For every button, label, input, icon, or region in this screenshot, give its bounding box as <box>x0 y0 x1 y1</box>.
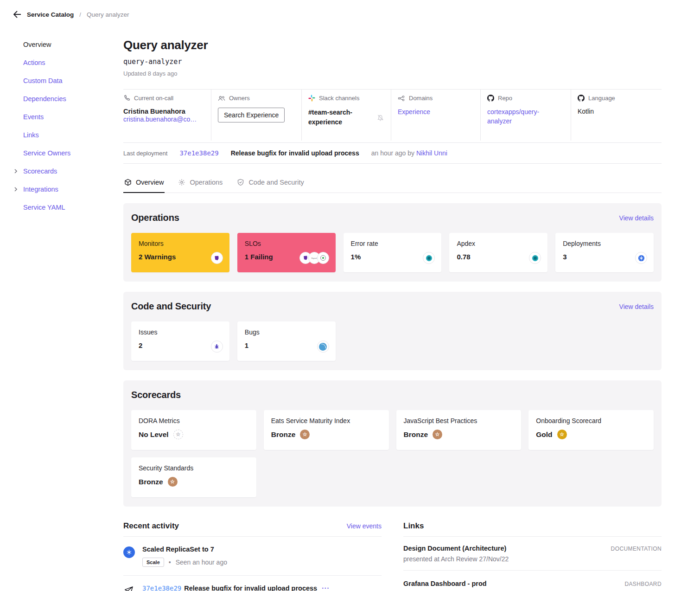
metric-label: SLOs <box>245 240 328 247</box>
code-security-view-details-link[interactable]: View details <box>619 303 654 310</box>
repo-link[interactable]: cortexapps/query-analyzer <box>487 108 547 126</box>
bugs-card[interactable]: Bugs 1 <box>237 321 336 361</box>
gold-star-icon <box>557 430 567 439</box>
scorecard-label: Security Standards <box>139 464 249 472</box>
scorecard-level: Bronze <box>404 430 428 439</box>
scorecard-eats-service-maturity[interactable]: Eats Service Maturity Index Bronze <box>264 410 389 450</box>
sidebar-item-label[interactable]: Links <box>23 131 39 139</box>
operations-view-details-link[interactable]: View details <box>619 214 654 222</box>
tab-code-and-security[interactable]: Code and Security <box>236 178 305 193</box>
teal-donut-icon <box>423 252 435 264</box>
updated-timestamp: Updated 8 days ago <box>123 70 662 77</box>
more-actions-icon[interactable]: ··· <box>322 585 330 591</box>
chevron-right-icon[interactable] <box>13 186 19 192</box>
activity-tag: Scale <box>142 558 164 567</box>
bronze-star-icon <box>433 430 442 439</box>
operations-section: Operations View details Monitors 2 Warni… <box>123 203 662 282</box>
sidebar-item-label[interactable]: Custom Data <box>23 77 63 84</box>
deployment-sha-link[interactable]: 37e1e38e29 <box>179 149 218 157</box>
main-content: Query analyzer query-analyzer Updated 8 … <box>123 20 662 591</box>
activity-message: Release bugfix for invalid upload proces… <box>184 585 317 591</box>
scorecard-onboarding[interactable]: Onboarding Scorecard Gold <box>528 410 654 450</box>
tab-operations[interactable]: Operations <box>177 178 223 193</box>
scorecard-label: DORA Metrics <box>139 417 249 424</box>
back-arrow-icon[interactable] <box>13 10 21 19</box>
link-item-grafana-dashboard[interactable]: Grafana Dashboard - prod DASHBOARD <box>403 571 662 591</box>
sidebar-item-integrations[interactable]: Integrations <box>23 186 123 193</box>
sidebar-item-label[interactable]: Scorecards <box>23 167 57 175</box>
phone-icon <box>123 95 130 102</box>
slack-icon <box>308 95 315 102</box>
link-subtitle: presented at Arch Review 27/Nov/22 <box>403 555 509 563</box>
scorecard-security-standards[interactable]: Security Standards Bronze <box>131 457 256 497</box>
paper-plane-icon <box>123 585 134 591</box>
bug-icon <box>211 340 223 353</box>
slack-channel-link[interactable]: #team-search-experience <box>308 108 358 127</box>
no-level-star-icon <box>173 430 183 439</box>
info-label-text: Repo <box>498 95 512 102</box>
apdex-card[interactable]: Apdex 0.78 <box>449 233 547 272</box>
kubernetes-icon <box>123 546 135 558</box>
scorecard-javascript-best-practices[interactable]: JavaScript Best Practices Bronze <box>396 410 522 450</box>
sidebar-item-label[interactable]: Actions <box>23 59 45 66</box>
bell-muted-icon[interactable] <box>376 114 384 122</box>
github-icon <box>487 95 494 102</box>
sidebar-item-events[interactable]: Events <box>23 113 123 121</box>
slos-card[interactable]: SLOs 1 Failing Signal <box>237 233 336 272</box>
oncall-email-link[interactable]: cristina.buenahora@co… <box>123 115 197 124</box>
info-label-text: Slack channels <box>319 95 359 102</box>
owner-team-button[interactable]: Search Experience <box>218 108 285 122</box>
sidebar-item-custom-data[interactable]: Custom Data <box>23 77 123 84</box>
metric-label: Error rate <box>351 240 434 247</box>
deployment-author-link[interactable]: Nikhil Unni <box>416 149 447 157</box>
metric-label: Issues <box>139 328 222 336</box>
domain-link[interactable]: Experience <box>398 108 430 117</box>
sidebar-item-label[interactable]: Events <box>23 113 44 121</box>
breadcrumb-service-catalog[interactable]: Service Catalog <box>27 11 74 18</box>
issues-card[interactable]: Issues 2 <box>131 321 229 361</box>
metric-value: 0.78 <box>457 253 540 261</box>
scorecard-dora-metrics[interactable]: DORA Metrics No Level <box>131 410 256 450</box>
activity-title-text: Scaled ReplicaSet to 7 <box>142 546 227 553</box>
sidebar-item-actions[interactable]: Actions <box>23 59 123 66</box>
info-label-text: Owners <box>229 95 250 102</box>
sidebar-item-service-yaml[interactable]: Service YAML <box>23 204 123 211</box>
sidebar-item-label[interactable]: Dependencies <box>23 95 66 103</box>
section-title: Operations <box>131 212 179 223</box>
tab-overview[interactable]: Overview <box>123 178 165 193</box>
activity-sha-link[interactable]: 37e1e38e29 <box>142 585 181 591</box>
people-icon <box>218 95 225 102</box>
link-item-design-document[interactable]: Design Document (Architecture) presented… <box>403 537 662 571</box>
breadcrumb: Service Catalog / Query analyzer <box>0 0 700 20</box>
breadcrumb-separator: / <box>79 11 81 18</box>
recent-activity-panel: Recent activity View events Scaled Repli… <box>123 521 382 591</box>
view-events-link[interactable]: View events <box>347 522 382 530</box>
scorecard-level: No Level <box>139 430 169 439</box>
service-slug: query-analyzer <box>123 58 662 66</box>
sidebar-item-label[interactable]: Service Owners <box>23 149 70 157</box>
chevron-right-icon[interactable] <box>13 168 19 174</box>
activity-title-text: 37e1e38e29Release bugfix for invalid upl… <box>142 585 330 591</box>
sidebar-item-dependencies[interactable]: Dependencies <box>23 95 123 103</box>
page-title: Query analyzer <box>123 38 662 52</box>
info-label-text: Current on-call <box>134 95 173 102</box>
teal-donut-icon <box>529 252 541 264</box>
github-icon <box>578 95 585 102</box>
link-title-text[interactable]: Design Document (Architecture) <box>403 545 509 552</box>
sidebar-item-service-owners[interactable]: Service Owners <box>23 149 123 157</box>
monitors-card[interactable]: Monitors 2 Warnings <box>131 233 229 272</box>
info-cell-language: Language Kotlin <box>571 90 662 141</box>
deployment-meta: an hour ago by Nikhil Unni <box>371 149 447 157</box>
sidebar-item-overview[interactable]: Overview <box>23 41 123 48</box>
sidebar-item-scorecards[interactable]: Scorecards <box>23 167 123 175</box>
tab-bar: Overview Operations Code and Security <box>123 178 662 193</box>
language-value: Kotlin <box>578 108 655 115</box>
error-rate-card[interactable]: Error rate 1% <box>344 233 442 272</box>
link-title-text[interactable]: Grafana Dashboard - prod <box>403 580 487 587</box>
deployments-card[interactable]: Deployments 3 <box>555 233 654 272</box>
sidebar-item-links[interactable]: Links <box>23 131 123 139</box>
sidebar-item-label[interactable]: Service YAML <box>23 204 65 211</box>
sidebar-item-label[interactable]: Integrations <box>23 186 58 193</box>
sidebar-item-label[interactable]: Overview <box>23 41 51 48</box>
link-type-badge: DASHBOARD <box>624 580 662 587</box>
